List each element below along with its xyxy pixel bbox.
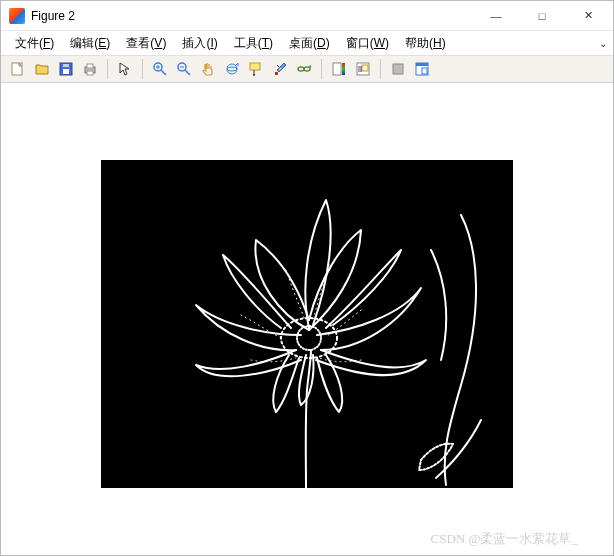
data-cursor-button[interactable] [245,58,267,80]
svg-line-8 [161,70,166,75]
svg-rect-31 [101,160,513,488]
dock-button[interactable] [411,58,433,80]
svg-rect-16 [250,63,260,70]
svg-rect-6 [87,71,93,75]
menu-window[interactable]: 窗口(W) [338,32,397,55]
svg-rect-3 [63,64,69,67]
close-button[interactable]: ✕ [565,1,611,31]
svg-line-12 [185,70,190,75]
svg-rect-22 [342,63,345,75]
menu-edit[interactable]: 编辑(E) [62,32,118,55]
window-title: Figure 2 [31,9,473,23]
menu-tools[interactable]: 工具(T) [226,32,281,55]
svg-rect-27 [393,64,403,74]
legend-button[interactable] [352,58,374,80]
svg-point-19 [298,67,304,71]
watermark-text: CSDN @柔蓝一水萦花草_ [431,530,578,548]
pan-button[interactable] [197,58,219,80]
toolbar-sep-4 [380,59,381,79]
svg-point-14 [227,64,237,74]
minimize-button[interactable]: — [473,1,519,31]
svg-rect-24 [362,65,368,71]
toolbar [1,55,613,83]
rotate3d-button[interactable] [221,58,243,80]
titlebar: Figure 2 — □ ✕ [1,1,613,31]
menu-view[interactable]: 查看(V) [118,32,174,55]
menubar: 文件(F) 编辑(E) 查看(V) 插入(I) 工具(T) 桌面(D) 窗口(W… [1,31,613,55]
window-controls: — □ ✕ [473,1,611,31]
menu-overflow-icon[interactable]: ⌄ [599,38,607,49]
svg-rect-29 [416,63,428,66]
colorbar-button[interactable] [328,58,350,80]
menu-file[interactable]: 文件(F) [7,32,62,55]
menu-desktop[interactable]: 桌面(D) [281,32,338,55]
hide-plot-tools-button[interactable] [387,58,409,80]
toolbar-sep-2 [142,59,143,79]
image-display[interactable] [101,160,513,488]
zoom-out-button[interactable] [173,58,195,80]
axes-background [1,83,613,555]
svg-rect-21 [333,63,341,75]
svg-rect-2 [63,69,69,74]
edge-image-icon [101,160,513,488]
svg-point-15 [227,67,237,71]
menu-insert[interactable]: 插入(I) [174,32,225,55]
new-figure-button[interactable] [7,58,29,80]
svg-point-20 [304,67,310,71]
svg-rect-18 [275,72,278,75]
print-button[interactable] [79,58,101,80]
open-button[interactable] [31,58,53,80]
save-button[interactable] [55,58,77,80]
maximize-button[interactable]: □ [519,1,565,31]
svg-rect-5 [87,64,93,68]
link-button[interactable] [293,58,315,80]
pointer-button[interactable] [114,58,136,80]
figure-canvas-area [1,83,613,555]
matlab-icon [9,8,25,24]
toolbar-sep-3 [321,59,322,79]
svg-point-17 [253,74,255,76]
svg-rect-30 [422,68,427,74]
toolbar-sep-1 [107,59,108,79]
brush-button[interactable] [269,58,291,80]
menu-help[interactable]: 帮助(H) [397,32,454,55]
zoom-in-button[interactable] [149,58,171,80]
